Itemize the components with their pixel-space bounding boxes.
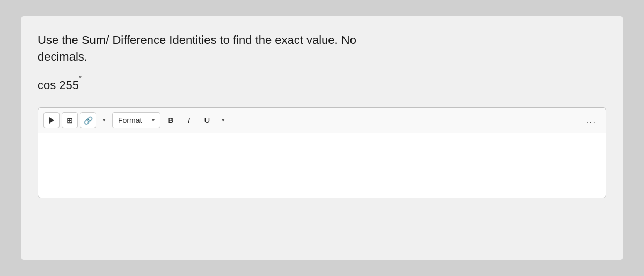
italic-label: I — [188, 115, 190, 125]
format-chevron-icon: ▾ — [152, 117, 155, 123]
link-icon: 🔗 — [84, 116, 93, 125]
question-line2: decimals. — [38, 50, 87, 63]
page-content: Use the Sum/ Difference Identities to fi… — [21, 16, 623, 260]
editor-toolbar: ⊞ 🔗 ▾ Format ▾ B I U ▾ — [38, 108, 606, 133]
question-text: Use the Sum/ Difference Identities to fi… — [38, 32, 606, 66]
chevron-down-icon: ▾ — [103, 117, 106, 124]
editor-container: ⊞ 🔗 ▾ Format ▾ B I U ▾ — [38, 107, 606, 198]
format-label: Format — [118, 116, 149, 125]
math-expression: cos 255° — [38, 78, 606, 92]
bold-label: B — [168, 115, 174, 125]
question-line1: Use the Sum/ Difference Identities to fi… — [38, 33, 356, 47]
more-label: ... — [586, 115, 596, 125]
play-icon — [49, 117, 54, 124]
editor-body[interactable] — [38, 133, 606, 198]
format-dropdown[interactable]: Format ▾ — [112, 112, 160, 128]
cos-text: cos 255 — [38, 78, 79, 92]
more-button[interactable]: ... — [582, 115, 601, 125]
link-button[interactable]: 🔗 — [80, 112, 96, 128]
grid-icon: ⊞ — [67, 116, 73, 125]
toolbar-chevron-dropdown[interactable]: ▾ — [98, 114, 110, 126]
underline-chevron-dropdown[interactable]: ▾ — [217, 114, 229, 126]
underline-chevron-icon: ▾ — [222, 117, 225, 124]
underline-button[interactable]: U — [199, 112, 215, 128]
grid-button[interactable]: ⊞ — [62, 112, 78, 128]
bold-button[interactable]: B — [163, 112, 179, 128]
italic-button[interactable]: I — [181, 112, 197, 128]
play-button[interactable] — [43, 112, 60, 128]
underline-label: U — [204, 115, 210, 125]
